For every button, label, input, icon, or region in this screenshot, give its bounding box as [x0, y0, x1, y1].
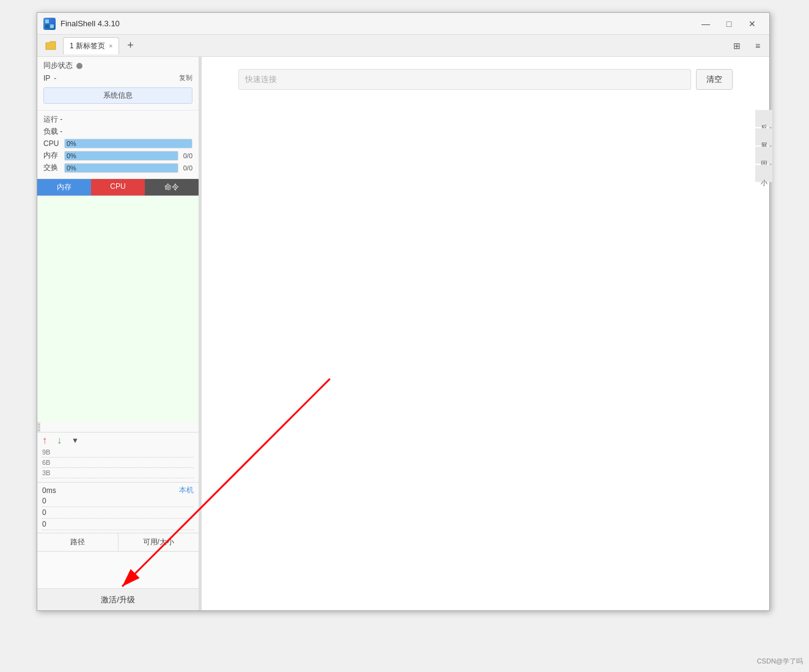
close-button[interactable]: ✕	[741, 15, 763, 32]
ip-value: -	[54, 74, 56, 82]
memory-value: 0%	[67, 152, 76, 159]
sync-label: 同步状态	[43, 60, 73, 71]
ping-row-1: 0	[42, 497, 194, 507]
sys-info-button[interactable]: 系统信息	[43, 87, 192, 104]
ping-value: 0ms	[42, 486, 56, 495]
ip-row: IP - 复制	[43, 73, 192, 82]
ping-row-2: 0	[42, 508, 194, 519]
window-controls: — □ ✕	[695, 15, 763, 32]
run-label: 运行 -	[43, 114, 62, 125]
sync-row: 同步状态	[43, 60, 192, 71]
load-row: 负载 -	[43, 126, 192, 137]
file-section: 路径 可用/大小	[37, 533, 199, 588]
monitor-chart	[37, 196, 199, 422]
minimize-button[interactable]: —	[695, 15, 717, 32]
main-area: 同步状态 IP - 复制 系统信息 运行 -	[37, 57, 769, 610]
app-title: FinalShell 4.3.10	[60, 19, 695, 28]
file-tab-available[interactable]: 可用/大小	[119, 533, 199, 551]
monitor-tab-memory[interactable]: 内存	[37, 179, 91, 195]
monitor-tab-cpu[interactable]: CPU	[91, 179, 145, 195]
ip-label: IP	[43, 74, 50, 82]
activate-button[interactable]: 激活/升级	[37, 588, 199, 610]
filter-icon: ▼	[71, 436, 79, 445]
maximize-button[interactable]: □	[718, 15, 740, 32]
swap-row: 交换 0% 0/0	[43, 163, 192, 173]
titlebar: FinalShell 4.3.10 — □ ✕	[37, 13, 769, 35]
download-icon: ↓	[57, 435, 62, 446]
cpu-value: 0%	[67, 140, 76, 147]
right-icon-3[interactable]: 固	[755, 147, 772, 164]
file-tab-path[interactable]: 路径	[37, 533, 119, 551]
memory-extra: 0/0	[183, 152, 192, 159]
clear-button[interactable]: 清空	[696, 69, 733, 90]
swap-bar: 0%	[64, 163, 178, 173]
memory-row: 内存 0% 0/0	[43, 150, 192, 161]
load-label: 负载 -	[43, 126, 62, 137]
right-icon-2[interactable]: 展	[755, 128, 772, 145]
cpu-row: CPU 0%	[43, 139, 192, 148]
svg-rect-3	[50, 24, 54, 28]
main-panel: 快速连接 清空	[202, 57, 769, 610]
network-header: ↑ ↓ ▼	[42, 435, 194, 446]
monitor-tab-command[interactable]: 命令	[145, 179, 199, 195]
quick-connect-bar: 快速连接 清空	[202, 57, 769, 102]
stats-section: 运行 - 负载 - CPU 0% 内存	[37, 111, 199, 179]
tabbar-right-controls: ⊞ ≡	[728, 37, 767, 54]
quick-connect-input[interactable]: 快速连接	[238, 69, 691, 90]
net-label-9b: 9B	[42, 448, 194, 458]
watermark: CSDN@学了吗	[757, 657, 803, 666]
swap-extra: 0/0	[183, 164, 192, 172]
network-labels: 9B 6B 3B	[42, 447, 194, 480]
add-tab-button[interactable]: +	[122, 37, 139, 54]
tab-1-close[interactable]: ×	[109, 42, 112, 49]
sync-section: 同步状态 IP - 复制 系统信息	[37, 57, 199, 111]
ping-values: 0 0 0	[42, 497, 194, 530]
swap-label: 交换	[43, 163, 62, 173]
svg-rect-0	[45, 20, 49, 23]
swap-bar-fill: 0%	[65, 164, 178, 172]
right-panel: 反 展 固 小	[755, 110, 771, 182]
swap-value: 0%	[67, 164, 76, 172]
memory-label: 内存	[43, 150, 62, 161]
tab-1-label: 1 新标签页	[70, 41, 105, 51]
tabbar: 1 新标签页 × + ⊞ ≡	[37, 35, 769, 57]
run-row: 运行 -	[43, 114, 192, 125]
monitor-tabs: 内存 CPU 命令	[37, 179, 199, 196]
net-label-6b: 6B	[42, 459, 194, 468]
menu-button[interactable]: ≡	[749, 37, 767, 54]
memory-bar: 0%	[64, 151, 178, 161]
memory-bar-fill: 0%	[65, 152, 178, 160]
file-content	[37, 552, 199, 588]
sidebar: 同步状态 IP - 复制 系统信息 运行 -	[37, 57, 199, 610]
tab-1[interactable]: 1 新标签页 ×	[63, 37, 119, 54]
right-icon-1[interactable]: 反	[755, 110, 772, 127]
sidebar-resizer[interactable]	[37, 422, 40, 432]
copy-button[interactable]: 复制	[179, 73, 192, 82]
sync-indicator	[76, 63, 82, 69]
quick-connect-placeholder: 快速连接	[245, 74, 277, 85]
ping-header: 0ms 本机	[42, 485, 194, 495]
grid-view-button[interactable]: ⊞	[728, 37, 746, 54]
svg-rect-1	[50, 20, 54, 23]
main-content-area	[202, 102, 769, 610]
net-label-3b: 3B	[42, 469, 194, 478]
right-icon-4[interactable]: 小	[755, 165, 772, 182]
app-icon	[43, 18, 56, 30]
ping-section: 0ms 本机 0 0 0	[37, 482, 199, 533]
svg-rect-2	[45, 24, 49, 28]
ping-local-link[interactable]: 本机	[179, 485, 194, 495]
network-section: ↑ ↓ ▼ 9B 6B 3B	[37, 432, 199, 482]
cpu-bar: 0%	[64, 139, 192, 148]
file-tabs: 路径 可用/大小	[37, 533, 199, 552]
ping-row-3: 0	[42, 520, 194, 530]
cpu-label: CPU	[43, 139, 62, 148]
cpu-bar-fill: 0%	[65, 139, 192, 148]
upload-icon: ↑	[42, 435, 47, 446]
folder-button[interactable]	[40, 37, 62, 55]
